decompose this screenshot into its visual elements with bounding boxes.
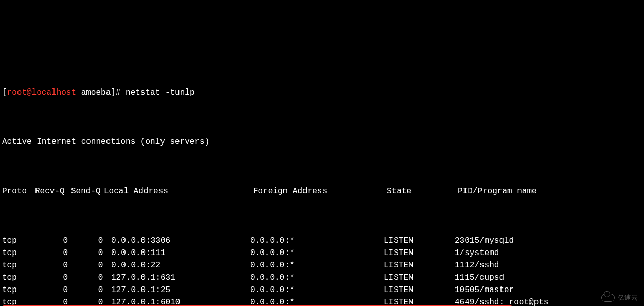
cell-local: 0.0.0.0:3306 bbox=[111, 235, 250, 247]
cell-local: 0.0.0.0:22 bbox=[111, 259, 250, 272]
cell-sendq: 0 bbox=[71, 272, 111, 284]
cell-foreign: 0.0.0.0:* bbox=[250, 284, 384, 296]
cell-state: LISTEN bbox=[384, 284, 455, 296]
table-row: tcp00 0.0.0.0:220.0.0.0:*LISTEN1112/sshd bbox=[2, 259, 642, 272]
cell-state: LISTEN bbox=[384, 247, 455, 259]
cell-sendq: 0 bbox=[71, 284, 111, 296]
cell-pid: 23015/mysqld bbox=[455, 235, 642, 247]
table-row: tcp00 127.0.0.1:6310.0.0.0:*LISTEN1115/c… bbox=[2, 272, 642, 284]
table-row: tcp00 0.0.0.0:33060.0.0.0:*LISTEN23015/m… bbox=[2, 235, 642, 247]
cell-foreign: 0.0.0.0:* bbox=[250, 247, 384, 259]
watermark: 亿速云 bbox=[601, 292, 638, 304]
header-foreign: Foreign Address bbox=[253, 185, 387, 197]
cell-state: LISTEN bbox=[384, 235, 455, 247]
cell-state: LISTEN bbox=[384, 296, 455, 306]
cell-proto: tcp bbox=[2, 296, 35, 306]
cell-foreign: 0.0.0.0:* bbox=[250, 235, 384, 247]
header-row: Proto Recv-Q Send-Q Local Address Foreig… bbox=[2, 185, 642, 197]
subtitle-line: Active Internet connections (only server… bbox=[2, 136, 642, 148]
cell-foreign: 0.0.0.0:* bbox=[250, 296, 384, 306]
cell-recvq: 0 bbox=[35, 296, 71, 306]
cell-proto: tcp bbox=[2, 235, 35, 247]
cell-proto: tcp bbox=[2, 272, 35, 284]
cell-local: 0.0.0.0:111 bbox=[111, 247, 250, 259]
cell-state: LISTEN bbox=[384, 259, 455, 272]
cell-pid: 1/systemd bbox=[455, 247, 642, 259]
cell-proto: tcp bbox=[2, 284, 35, 296]
terminal-output[interactable]: [root@localhost amoeba]# netstat -tunlp … bbox=[0, 49, 644, 306]
command-line: [root@localhost amoeba]# netstat -tunlp bbox=[2, 86, 642, 99]
prompt-cwd: amoeba bbox=[81, 88, 111, 97]
cell-pid: 1112/sshd bbox=[455, 259, 642, 272]
header-pid: PID/Program name bbox=[458, 185, 642, 197]
table-row: tcp00 127.0.0.1:250.0.0.0:*LISTEN10505/m… bbox=[2, 284, 642, 296]
netstat-rows: tcp00 0.0.0.0:33060.0.0.0:*LISTEN23015/m… bbox=[2, 235, 642, 306]
header-recvq: Recv-Q bbox=[35, 185, 71, 197]
cell-sendq: 0 bbox=[71, 235, 111, 247]
header-local: Local Address bbox=[104, 185, 253, 197]
cell-recvq: 0 bbox=[35, 284, 71, 296]
watermark-text: 亿速云 bbox=[618, 292, 638, 304]
cell-foreign: 0.0.0.0:* bbox=[250, 259, 384, 272]
cell-sendq: 0 bbox=[71, 247, 111, 259]
header-proto: Proto bbox=[2, 185, 35, 197]
cell-local: 127.0.0.1:6010 bbox=[111, 296, 250, 306]
cell-proto: tcp bbox=[2, 259, 35, 272]
cell-recvq: 0 bbox=[35, 235, 71, 247]
table-row: tcp00 127.0.0.1:60100.0.0.0:*LISTEN4649/… bbox=[2, 296, 642, 306]
header-sendq: Send-Q bbox=[71, 185, 104, 197]
table-row: tcp00 0.0.0.0:1110.0.0.0:*LISTEN1/system… bbox=[2, 247, 642, 259]
cell-sendq: 0 bbox=[71, 296, 111, 306]
cell-recvq: 0 bbox=[35, 259, 71, 272]
cloud-icon bbox=[601, 294, 615, 302]
cell-recvq: 0 bbox=[35, 247, 71, 259]
cell-foreign: 0.0.0.0:* bbox=[250, 272, 384, 284]
header-state: State bbox=[387, 185, 458, 197]
cell-pid: 1115/cupsd bbox=[455, 272, 642, 284]
cell-recvq: 0 bbox=[35, 272, 71, 284]
cell-state: LISTEN bbox=[384, 272, 455, 284]
command-text: netstat -tunlp bbox=[126, 88, 194, 97]
cell-sendq: 0 bbox=[71, 259, 111, 272]
cell-local: 127.0.0.1:631 bbox=[111, 272, 250, 284]
cell-proto: tcp bbox=[2, 247, 35, 259]
prompt-user-host: root@localhost bbox=[7, 88, 76, 97]
cell-local: 127.0.0.1:25 bbox=[111, 284, 250, 296]
